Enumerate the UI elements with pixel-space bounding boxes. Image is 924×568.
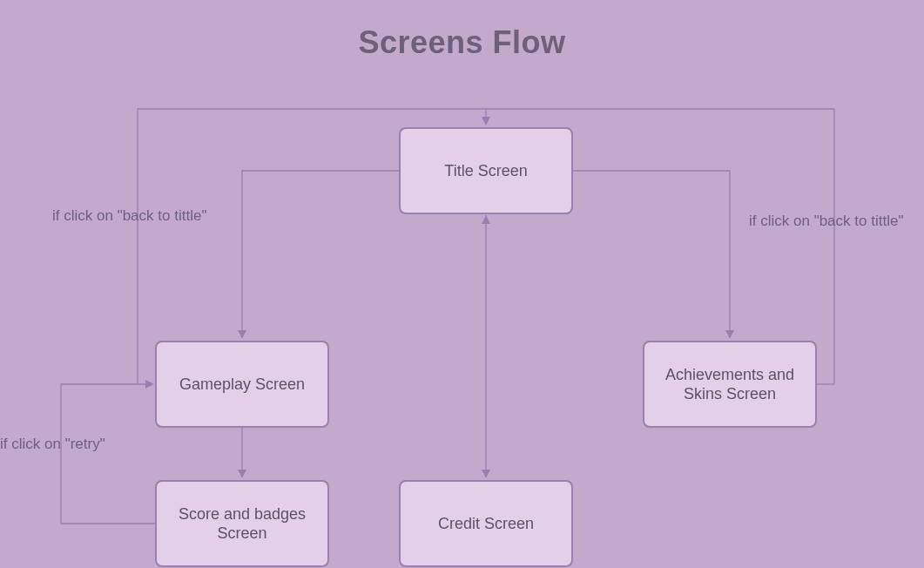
svg-marker-2: [725, 330, 734, 339]
svg-marker-4: [482, 470, 490, 478]
diagram-title: Screens Flow: [0, 24, 924, 61]
node-achievements-screen: Achievements and Skins Screen: [643, 341, 817, 428]
node-credit-screen: Credit Screen: [399, 480, 573, 567]
node-label: Score and badges Screen: [164, 504, 320, 544]
node-label: Title Screen: [444, 161, 527, 181]
node-title-screen: Title Screen: [399, 127, 573, 214]
edge-label-retry: if click on "retry": [0, 436, 105, 453]
svg-marker-0: [482, 117, 490, 125]
svg-marker-5: [238, 470, 246, 478]
node-label: Achievements and Skins Screen: [651, 365, 808, 404]
node-label: Credit Screen: [438, 514, 534, 534]
node-score-screen: Score and badges Screen: [155, 480, 329, 567]
svg-marker-1: [238, 330, 246, 339]
edge-label-back-right: if click on "back to tittle": [749, 213, 903, 230]
node-label: Gameplay Screen: [179, 375, 305, 395]
edge-label-back-left: if click on "back to tittle": [52, 207, 206, 225]
svg-marker-3: [482, 215, 490, 224]
svg-marker-6: [145, 380, 154, 389]
node-gameplay-screen: Gameplay Screen: [155, 341, 329, 428]
